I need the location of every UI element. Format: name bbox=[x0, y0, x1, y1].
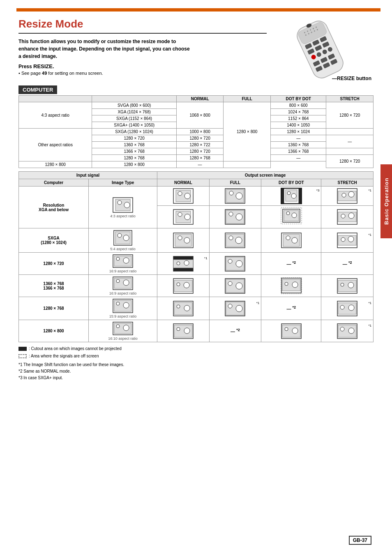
intro-text: This function allows you to modify or cu… bbox=[18, 38, 191, 60]
normal-sxga1280: 1000 × 800 bbox=[176, 129, 224, 135]
full-1360x768 bbox=[209, 275, 261, 297]
svg-point-44 bbox=[287, 191, 291, 195]
stretch-1360x768 bbox=[321, 275, 374, 297]
svg-point-100 bbox=[236, 260, 242, 267]
svg-point-140 bbox=[116, 325, 120, 328]
svg-point-91 bbox=[116, 257, 120, 260]
group-other: Other aspect ratios bbox=[19, 129, 92, 161]
computer-sxga: SXGA(1280 × 1024) bbox=[19, 228, 89, 253]
screen-full-159 bbox=[224, 300, 246, 317]
press-section: Press RESIZE. • See page 49 for setting … bbox=[18, 63, 267, 76]
resize-word: RESIZE. bbox=[33, 63, 54, 69]
col-stretch: STRETCH bbox=[321, 179, 374, 187]
table-row: ResolutionXGA and below 4:3 aspect ratio bbox=[19, 187, 374, 206]
legend-dotted-icon bbox=[18, 354, 27, 358]
dot-sxga1280: 1280 × 1024 bbox=[270, 129, 326, 135]
screen-169-img bbox=[112, 254, 134, 268]
screen-stretch-xga bbox=[337, 188, 358, 204]
image-type-169-768: 16:9 aspect ratio bbox=[89, 275, 157, 297]
col-header-stretch: STRETCH bbox=[326, 96, 374, 102]
input-sxga1280: SXGA (1280 × 1024) bbox=[92, 129, 176, 135]
screen-normal-higher bbox=[173, 209, 194, 225]
input-1280x768: 1280 × 768 bbox=[92, 155, 176, 161]
table-row: 4:3 aspect ratio SVGA (800 × 600) 1068 ×… bbox=[19, 102, 374, 109]
col-header-full: FULL bbox=[224, 96, 271, 102]
svg-point-72 bbox=[123, 235, 129, 241]
svg-point-84 bbox=[292, 237, 297, 243]
col-image-type: Image Type bbox=[89, 179, 157, 187]
input-1280x720: 1280 × 720 bbox=[92, 135, 176, 142]
side-tab: Basic Operation bbox=[380, 164, 392, 238]
col-computer: Computer bbox=[19, 179, 89, 187]
svg-point-103 bbox=[116, 279, 120, 283]
svg-rect-94 bbox=[173, 260, 193, 268]
screen-full-43 bbox=[224, 188, 246, 204]
input-1366x768: 1366 × 768 bbox=[92, 148, 176, 155]
resize-button-label: —RESIZE button bbox=[332, 76, 371, 81]
computer-section-header: COMPUTER bbox=[18, 85, 374, 94]
svg-point-71 bbox=[118, 233, 122, 237]
table-row: SXGA(1280 × 1024) 5:4 aspect ratio bbox=[19, 228, 374, 253]
group-43: 4:3 aspect ratio bbox=[19, 102, 92, 129]
full-higher-xga bbox=[209, 206, 261, 228]
side-tab-label: Basic Operation bbox=[383, 178, 390, 225]
svg-point-63 bbox=[286, 212, 290, 215]
stretch-169-720: — *2 bbox=[321, 253, 374, 275]
dot-svga: 800 × 600 bbox=[270, 102, 326, 109]
input-sxga1152: SXGA (1152 × 864) bbox=[92, 115, 176, 122]
full-169-720 bbox=[209, 253, 261, 275]
dot-1280x800 bbox=[224, 161, 271, 168]
input-svga: SVGA (800 × 600) bbox=[92, 102, 176, 109]
svg-point-58 bbox=[229, 212, 233, 216]
svg-point-79 bbox=[229, 236, 233, 240]
stretch-1280x768: 1280 × 720 bbox=[326, 155, 374, 168]
dot-xga: 1024 × 768 bbox=[270, 109, 326, 115]
dotbydot-higher-xga bbox=[261, 206, 321, 228]
normal-1280x720: 1280 × 720 bbox=[176, 135, 224, 142]
computer-1280x768-row: 1280 × 768 bbox=[19, 297, 89, 320]
normal-1280x768-row bbox=[157, 297, 210, 320]
full-1280x768-row: *1 bbox=[209, 297, 261, 320]
svg-point-111 bbox=[228, 281, 232, 286]
full-1280x800-row: — *2 bbox=[209, 320, 261, 342]
input-sxgaplus: SXGA+ (1400 × 1050) bbox=[92, 122, 176, 129]
table-row: 1280 × 800 1280 × 800 — bbox=[19, 161, 374, 168]
input-1360x768: 1360 × 768 bbox=[92, 142, 176, 148]
screen-43-normal-img: 4:3 aspect ratio bbox=[90, 197, 155, 218]
svg-point-132 bbox=[228, 304, 232, 308]
stretch-1360: — bbox=[326, 135, 374, 148]
dotbydot-169-720: — *2 bbox=[261, 253, 321, 275]
col-normal: NORMAL bbox=[157, 179, 210, 187]
computer-1280x720: 1280 × 720 bbox=[19, 253, 89, 275]
svg-point-136 bbox=[340, 305, 344, 309]
full-xga-below bbox=[209, 187, 261, 206]
legend-black-icon bbox=[18, 347, 27, 351]
header-area: Resize Mode This function allows you to … bbox=[18, 18, 374, 81]
normal-1360x768: 1280 × 722 bbox=[176, 142, 224, 148]
svg-point-107 bbox=[177, 283, 180, 286]
svg-point-108 bbox=[184, 282, 189, 288]
svg-point-117 bbox=[292, 282, 298, 288]
input-signal-header: Input signal bbox=[19, 172, 157, 179]
stretch-1280x768-row: *1 bbox=[321, 297, 374, 320]
svg-point-40 bbox=[236, 193, 242, 199]
svg-point-104 bbox=[123, 280, 129, 286]
normal-1280x800-row bbox=[157, 320, 210, 342]
image-type-43: 4:3 aspect ratio bbox=[89, 187, 157, 228]
left-header: Resize Mode This function allows you to … bbox=[18, 18, 267, 79]
svg-point-55 bbox=[184, 214, 190, 220]
screen-normal-1610 bbox=[173, 323, 194, 339]
image-type-169-720: 16:9 aspect ratio bbox=[89, 253, 157, 275]
svg-point-125 bbox=[123, 302, 129, 308]
legend-black-text: : Cutout area on which images cannot be … bbox=[29, 346, 122, 352]
normal-higher-xga bbox=[157, 206, 210, 228]
page-container: Basic Operation Resize Mode This functio… bbox=[0, 0, 392, 553]
full-all: 1280 × 800 bbox=[224, 102, 271, 161]
svg-point-31 bbox=[118, 200, 122, 205]
screen-dot-1610 bbox=[281, 323, 302, 339]
svg-point-99 bbox=[228, 259, 232, 263]
full-sxga bbox=[209, 228, 261, 253]
svg-point-88 bbox=[348, 236, 354, 242]
svg-point-59 bbox=[236, 214, 242, 220]
top-bar bbox=[16, 8, 380, 12]
